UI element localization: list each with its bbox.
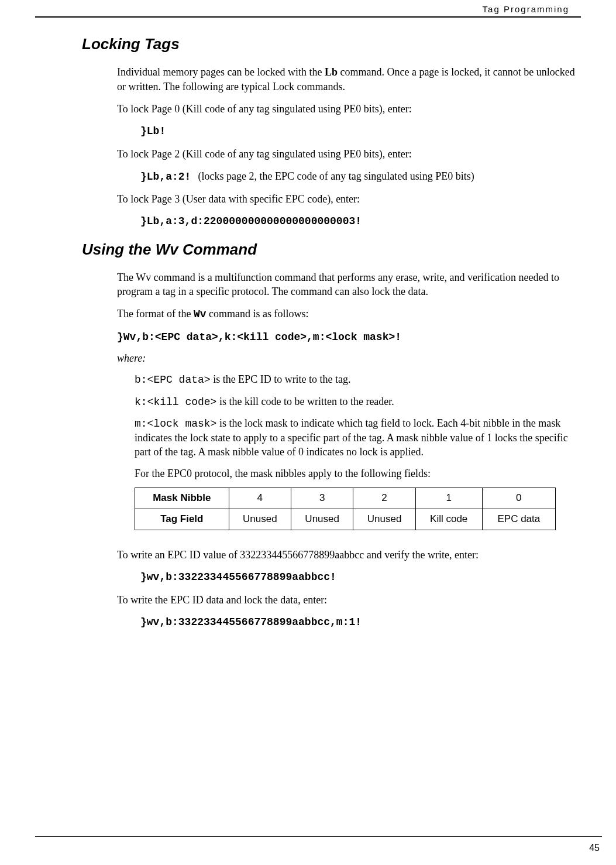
paragraph: To lock Page 2 (Kill code of any tag sin… [117,147,575,161]
paragraph: To write an EPC ID value of 332233445566… [117,548,575,562]
def-code: m:<lock mask> [135,418,216,430]
code-inline: Wv [194,308,207,320]
paragraph: To lock Page 3 (User data with specific … [117,192,575,206]
table-cell: 2 [353,488,415,509]
table-header-cell: Tag Field [135,509,229,530]
table-cell: 1 [415,488,482,509]
paragraph: The Wv command is a multifunction comman… [117,270,575,299]
code-aside: (locks page 2, the EPC code of any tag s… [198,170,474,182]
table-cell: Kill code [415,509,482,530]
table-cell: EPC data [482,509,555,530]
running-header: Tag Programming [35,0,581,15]
syntax-line: }Wv,b:<EPC data>,k:<kill code>,m:<lock m… [117,330,575,344]
code-line: }wv,b:332233445566778899aabbcc,m:1! [140,615,575,629]
bold-lb: Lb [325,66,338,78]
table-cell: 3 [291,488,353,509]
paragraph: Individual memory pages can be locked wi… [117,65,575,94]
table-row: Mask Nibble 4 3 2 1 0 [135,488,556,509]
mask-nibble-table: Mask Nibble 4 3 2 1 0 Tag Field Unused U… [135,488,556,530]
definition: m:<lock mask> is the lock mask to indica… [135,416,575,459]
table-cell: Unused [353,509,415,530]
table-cell: Unused [229,509,291,530]
table-cell: 4 [229,488,291,509]
paragraph: To lock Page 0 (Kill code of any tag sin… [117,102,575,116]
section1-body: Individual memory pages can be locked wi… [117,65,575,228]
definition: b:<EPC data> is the EPC ID to write to t… [135,372,575,387]
heading-locking-tags: Locking Tags [82,34,575,54]
bottom-rule [35,836,602,837]
content-area: Locking Tags Individual memory pages can… [35,34,581,629]
text: Individual memory pages can be locked wi… [117,66,325,78]
where-label: where: [117,351,575,365]
paragraph: For the EPC0 protocol, the mask nibbles … [135,466,575,480]
table-cell: Unused [291,509,353,530]
table-row: Tag Field Unused Unused Unused Kill code… [135,509,556,530]
section2-body: The Wv command is a multifunction comman… [117,270,575,629]
definition: k:<kill code> is the kill code to be wri… [135,394,575,409]
table-cell: 0 [482,488,555,509]
table-header-cell: Mask Nibble [135,488,229,509]
def-text: is the kill code to be written to the re… [216,396,394,407]
page-number: 45 [589,842,600,854]
code-text: }Lb,a:2! [140,171,191,183]
text: command is as follows: [207,308,309,320]
paragraph: The format of the Wv command is as follo… [117,307,575,321]
code-line: }Lb,a:2!(locks page 2, the EPC code of a… [140,169,575,184]
page: Tag Programming Locking Tags Individual … [0,0,616,865]
code-line: }wv,b:332233445566778899aabbcc! [140,570,575,584]
top-rule [35,16,581,18]
heading-wv-command: Using the Wv Command [82,239,575,260]
paragraph: To write the EPC ID data and lock the da… [117,593,575,607]
def-code: b:<EPC data> [135,374,211,386]
text: The format of the [117,308,194,320]
def-text: is the EPC ID to write to the tag. [211,373,351,385]
code-line: }Lb,a:3,d:220000000000000000000003! [140,214,575,228]
def-code: k:<kill code> [135,396,216,408]
code-line: }Lb! [140,124,575,138]
